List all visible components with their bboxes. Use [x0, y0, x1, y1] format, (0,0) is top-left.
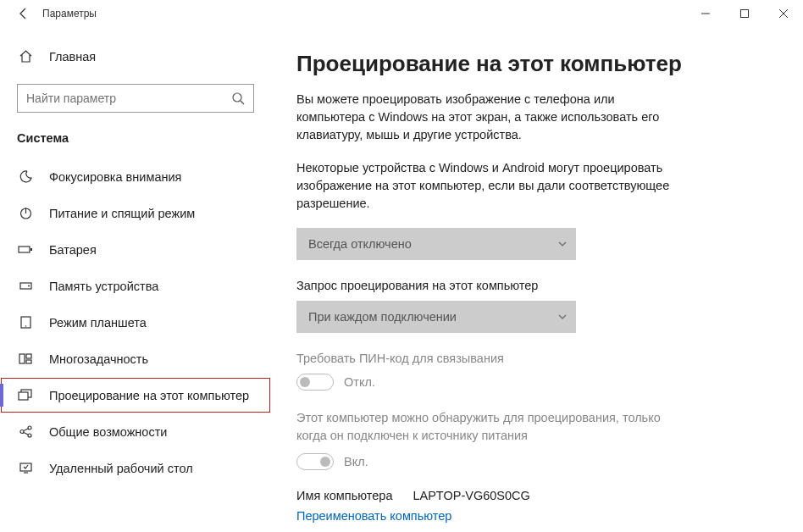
multitask-icon — [17, 352, 34, 366]
request-label: Запрос проецирования на этот компьютер — [296, 279, 778, 292]
home-label: Главная — [49, 50, 96, 64]
svg-point-13 — [25, 325, 26, 327]
pcname-value: LAPTOP-VG60S0CG — [413, 489, 529, 502]
svg-rect-9 — [30, 248, 32, 251]
svg-point-21 — [28, 434, 31, 437]
storage-icon — [17, 279, 34, 293]
page-title: Проецирование на этот компьютер — [296, 51, 778, 77]
search-input[interactable] — [26, 91, 231, 105]
dropdown-value: Всегда отключено — [308, 237, 412, 251]
svg-rect-10 — [20, 283, 31, 289]
discover-toggle[interactable] — [296, 453, 334, 470]
svg-rect-1 — [741, 10, 749, 18]
sidebar-item-remote-desktop[interactable]: Удаленный рабочий стол — [0, 450, 271, 486]
sidebar-item-shared-experiences[interactable]: Общие возможности — [0, 413, 271, 450]
svg-point-20 — [28, 426, 31, 429]
chevron-down-icon — [557, 312, 568, 322]
back-button[interactable] — [10, 0, 37, 27]
pin-toggle[interactable] — [296, 374, 334, 391]
section-header: Система — [0, 131, 271, 158]
home-icon — [17, 49, 34, 64]
remote-icon — [17, 461, 34, 475]
svg-rect-16 — [26, 360, 31, 363]
svg-rect-14 — [19, 354, 25, 363]
maximize-button[interactable] — [725, 0, 764, 27]
sidebar-item-battery[interactable]: Батарея — [0, 231, 271, 268]
home-nav[interactable]: Главная — [0, 42, 271, 70]
availability-dropdown[interactable]: Всегда отключено — [296, 228, 576, 260]
sidebar-item-power-sleep[interactable]: Питание и спящий режим — [0, 195, 271, 231]
chevron-down-icon — [557, 239, 568, 249]
sidebar-item-focus-assist[interactable]: Фокусировка внимания — [0, 158, 271, 195]
sidebar-item-label: Многозадачность — [49, 352, 148, 366]
sidebar-item-label: Общие возможности — [49, 425, 167, 439]
svg-line-22 — [24, 429, 28, 431]
sidebar-item-storage[interactable]: Память устройства — [0, 268, 271, 304]
svg-rect-15 — [26, 354, 31, 358]
svg-line-5 — [241, 101, 244, 104]
svg-rect-8 — [19, 247, 30, 252]
sidebar-item-multitasking[interactable]: Многозадачность — [0, 341, 271, 377]
pcname-label: Имя компьютера — [296, 489, 392, 502]
svg-point-4 — [233, 93, 241, 102]
request-dropdown[interactable]: При каждом подключении — [296, 301, 576, 333]
pin-label: Требовать ПИН-код для связывания — [296, 352, 778, 365]
sidebar-item-label: Фокусировка внимания — [49, 170, 181, 184]
project-icon — [17, 388, 34, 402]
rename-pc-link[interactable]: Переименовать компьютер — [296, 509, 778, 523]
svg-rect-18 — [19, 392, 28, 400]
discover-toggle-state: Вкл. — [344, 455, 368, 468]
sidebar-item-label: Батарея — [49, 243, 97, 257]
intro-text: Вы можете проецировать изображение с тел… — [296, 91, 678, 144]
window-title: Параметры — [42, 8, 97, 19]
moon-icon — [17, 169, 34, 184]
power-icon — [17, 206, 34, 220]
search-box[interactable] — [17, 84, 254, 113]
sidebar-item-label: Удаленный рабочий стол — [49, 462, 193, 475]
sidebar-item-label: Память устройства — [49, 280, 158, 293]
svg-line-23 — [24, 433, 28, 435]
dropdown-value: При каждом подключении — [308, 310, 457, 324]
sidebar-item-projecting[interactable]: Проецирование на этот компьютер — [0, 377, 271, 413]
svg-point-19 — [20, 430, 24, 434]
battery-icon — [17, 242, 34, 257]
search-icon — [231, 91, 245, 105]
tablet-icon — [17, 315, 34, 330]
sidebar-item-label: Питание и спящий режим — [49, 207, 195, 220]
sidebar-item-label: Проецирование на этот компьютер — [49, 389, 249, 402]
sidebar-item-label: Режим планшета — [49, 316, 147, 330]
minimize-button[interactable] — [686, 0, 725, 27]
share-icon — [17, 424, 34, 439]
close-button[interactable] — [764, 0, 803, 27]
discover-label: Этот компьютер можно обнаружить для прое… — [296, 409, 678, 445]
permission-text: Некоторые устройства с Windows и Android… — [296, 159, 678, 213]
pin-toggle-state: Откл. — [344, 375, 375, 389]
sidebar-item-tablet-mode[interactable]: Режим планшета — [0, 304, 271, 341]
svg-point-11 — [28, 285, 30, 287]
